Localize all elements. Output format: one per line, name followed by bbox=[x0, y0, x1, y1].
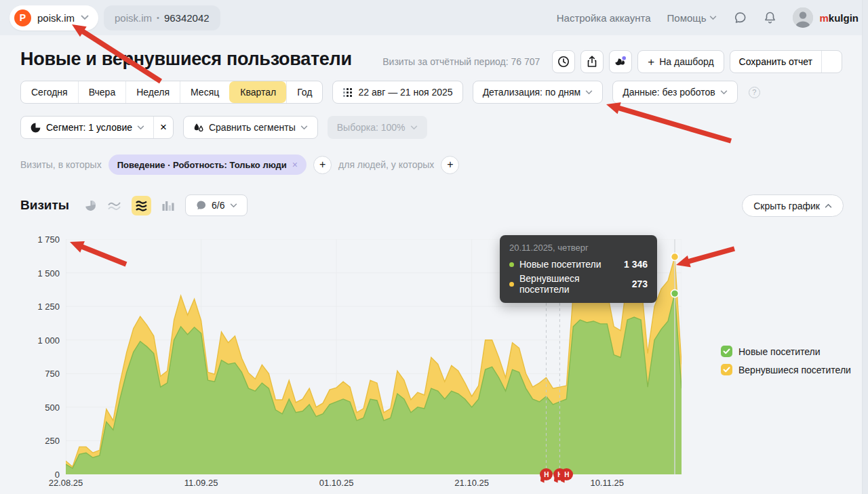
page-title: Новые и вернувшиеся пользователи bbox=[20, 49, 352, 70]
period-tab[interactable]: Неделя bbox=[125, 81, 180, 103]
comments-dropdown[interactable]: 6/6 bbox=[185, 194, 247, 216]
user-menu[interactable]: mkulgin bbox=[793, 7, 859, 28]
add-people-filter-button[interactable]: + bbox=[441, 156, 459, 174]
legend-label: Новые посетители bbox=[738, 346, 821, 357]
segment-dropdown[interactable]: Сегмент: 1 условие bbox=[21, 117, 153, 138]
segment-controls-row: Сегмент: 1 условие × Сравнить сегменты В… bbox=[20, 116, 427, 139]
calendar-grid-icon bbox=[342, 87, 353, 98]
period-tab[interactable]: Квартал bbox=[229, 81, 286, 103]
ai-insights-icon bbox=[613, 54, 628, 69]
counter-name: poisk.im bbox=[37, 12, 75, 24]
tooltip-date: 20.11.2025, четверг bbox=[509, 243, 648, 253]
y-axis-tick: 1 000 bbox=[20, 335, 60, 346]
chat-icon[interactable] bbox=[733, 11, 747, 25]
topbar-right: Настройка аккаунта Помощь mkulgin bbox=[557, 7, 859, 28]
chevron-down-icon bbox=[410, 125, 418, 130]
chart-type-line-icon[interactable] bbox=[107, 199, 121, 211]
chart-type-stacked-area-icon[interactable] bbox=[132, 196, 151, 215]
visits-period-summary: Визиты за отчётный период: 76 707 bbox=[382, 56, 540, 67]
period-tab[interactable]: Месяц bbox=[180, 81, 229, 103]
tooltip-series-value: 273 bbox=[632, 279, 648, 289]
ai-insights-button[interactable] bbox=[609, 50, 632, 73]
chevron-down-icon bbox=[81, 15, 89, 20]
x-axis-tick: 01.10.25 bbox=[308, 478, 365, 488]
x-axis-tick: 21.10.25 bbox=[443, 478, 500, 488]
save-report-dropdown[interactable] bbox=[822, 51, 842, 73]
note-marker[interactable]: Н bbox=[540, 468, 553, 480]
help-menu[interactable]: Помощь bbox=[667, 12, 717, 24]
chart-section-title: Визиты bbox=[20, 198, 69, 213]
scrollbar[interactable] bbox=[862, 0, 868, 494]
export-button[interactable] bbox=[580, 50, 604, 73]
sampling-dropdown-disabled: Выборка: 100% bbox=[328, 116, 427, 139]
help-label: Помощь bbox=[667, 12, 707, 24]
note-marker[interactable]: Н bbox=[560, 468, 573, 480]
save-report-button[interactable]: Сохранить отчет bbox=[730, 51, 821, 73]
y-axis-tick: 1 750 bbox=[20, 234, 60, 245]
legend-checkbox-checked[interactable] bbox=[721, 346, 732, 357]
chart-tooltip: 20.11.2025, четверг Новые посетители1 34… bbox=[500, 235, 657, 303]
period-tab[interactable]: Год bbox=[286, 81, 322, 103]
legend-item[interactable]: Вернувшиеся посетители bbox=[721, 364, 851, 375]
export-share-icon bbox=[585, 55, 599, 68]
segment-split-button: Сегмент: 1 условие × bbox=[20, 116, 174, 139]
series-dot-icon bbox=[509, 282, 514, 287]
chart-type-switcher bbox=[84, 196, 174, 215]
data-mode-help-icon[interactable]: ? bbox=[749, 87, 760, 98]
notifications-bell-icon[interactable] bbox=[764, 11, 776, 25]
y-axis-tick: 1 500 bbox=[20, 268, 60, 279]
period-tab[interactable]: Вчера bbox=[78, 81, 126, 103]
x-axis-tick: 10.11.25 bbox=[578, 478, 635, 488]
tooltip-series-value: 1 346 bbox=[624, 259, 648, 270]
x-axis-tick: 22.08.25 bbox=[37, 478, 94, 488]
date-range-button[interactable]: 22 авг — 21 ноя 2025 bbox=[332, 81, 462, 104]
x-axis-tick: 11.09.25 bbox=[173, 478, 230, 488]
username: mkulgin bbox=[819, 12, 859, 24]
y-axis-tick: 750 bbox=[20, 369, 60, 379]
chevron-up-icon bbox=[825, 203, 832, 208]
y-axis-tick: 500 bbox=[20, 403, 60, 413]
yandex-metrica-report-page: P poisk.im poisk.im • 96342042 Настройка… bbox=[0, 0, 868, 494]
chevron-down-icon bbox=[720, 90, 728, 95]
chip-close-icon[interactable]: × bbox=[292, 159, 298, 170]
add-visits-filter-button[interactable]: + bbox=[313, 156, 332, 174]
counter-domain: poisk.im bbox=[115, 12, 152, 24]
filters-row: Визиты, в которых Поведение · Роботность… bbox=[20, 155, 459, 175]
chart-legend: Новые посетителиВернувшиеся посетители bbox=[721, 346, 851, 375]
chevron-down-icon bbox=[230, 203, 237, 208]
chevron-down-icon bbox=[828, 60, 835, 64]
plus-icon: + bbox=[648, 56, 654, 68]
history-clock-button[interactable] bbox=[552, 50, 575, 73]
legend-label: Вернувшиеся посетители bbox=[738, 365, 851, 375]
avatar bbox=[793, 7, 813, 28]
legend-item[interactable]: Новые посетители bbox=[721, 346, 851, 357]
title-actions: Визиты за отчётный период: 76 707 + На д… bbox=[382, 50, 842, 73]
segment-clear-button[interactable]: × bbox=[154, 117, 173, 138]
hide-chart-button[interactable]: Скрыть график bbox=[742, 194, 844, 217]
data-mode-dropdown[interactable]: Данные: без роботов bbox=[612, 81, 738, 104]
legend-checkbox-checked[interactable] bbox=[721, 364, 732, 375]
counter-separator: • bbox=[157, 14, 159, 22]
series-dot-icon bbox=[509, 262, 514, 267]
counter-logo-icon: P bbox=[14, 9, 31, 26]
clock-icon bbox=[557, 55, 570, 68]
comment-bubble-icon bbox=[195, 200, 207, 211]
counter-reference[interactable]: poisk.im • 96342042 bbox=[104, 5, 220, 30]
detail-level-dropdown[interactable]: Детализация: по дням bbox=[473, 81, 604, 104]
chart-type-pie-icon[interactable] bbox=[84, 199, 97, 212]
period-controls-row: СегодняВчераНеделяМесяцКварталГод 22 авг… bbox=[20, 81, 760, 104]
chart-region: 02505007501 0001 2501 5001 750 22.08.251… bbox=[0, 230, 868, 494]
robotness-filter-chip[interactable]: Поведение · Роботность: Только люди × bbox=[108, 155, 307, 175]
chevron-down-icon bbox=[585, 90, 593, 95]
counter-switcher[interactable]: P poisk.im bbox=[9, 5, 98, 30]
account-settings-link[interactable]: Настройка аккаунта bbox=[557, 12, 651, 24]
add-to-dashboard-button[interactable]: + На дашборд bbox=[637, 50, 724, 73]
y-axis-tick: 1 250 bbox=[20, 302, 60, 312]
topbar: P poisk.im poisk.im • 96342042 Настройка… bbox=[0, 0, 868, 35]
period-tab[interactable]: Сегодня bbox=[21, 81, 78, 103]
compare-segments-dropdown[interactable]: Сравнить сегменты bbox=[183, 116, 318, 139]
people-filter-prefix: для людей, у которых bbox=[338, 159, 434, 170]
visits-filter-prefix: Визиты, в которых bbox=[20, 159, 102, 170]
chart-type-bars-icon[interactable] bbox=[161, 199, 174, 212]
chevron-down-icon bbox=[709, 16, 717, 20]
